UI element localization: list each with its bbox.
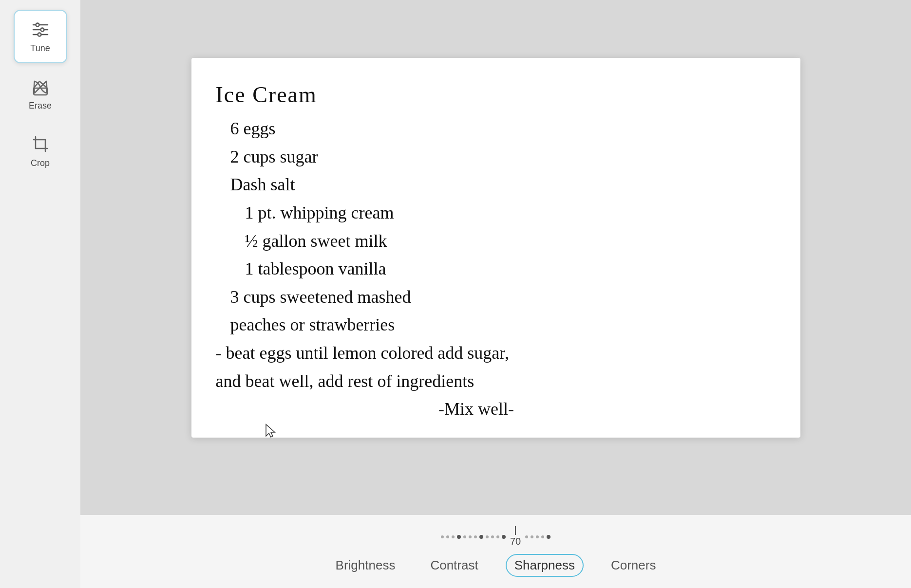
recipe-line-10: and beat well, add rest of ingredients (216, 368, 776, 396)
slider-tick (515, 526, 516, 535)
tune-button[interactable]: Tune (14, 10, 67, 63)
recipe-line-8: peaches or strawberries (216, 311, 776, 339)
recipe-line-2: 2 cups sugar (216, 143, 776, 171)
svg-point-3 (36, 23, 39, 26)
slider-dot (452, 535, 455, 538)
erase-button[interactable]: Erase (14, 67, 67, 121)
slider-dot (525, 535, 528, 538)
tab-corners[interactable]: Corners (603, 555, 664, 576)
tabs-row: Brightness Contrast Sharpness Corners (328, 554, 664, 577)
slider-dot (541, 535, 544, 538)
slider-dot (446, 535, 449, 538)
tab-brightness[interactable]: Brightness (328, 555, 403, 576)
svg-point-5 (38, 33, 41, 36)
slider-dot (491, 535, 494, 538)
recipe-line-5: ½ gallon sweet milk (216, 227, 776, 256)
slider-dot (536, 535, 539, 538)
tab-contrast[interactable]: Contrast (422, 555, 486, 576)
slider-container[interactable]: 70 (441, 526, 550, 547)
recipe-content: Ice Cream 6 eggs 2 cups sugar Dash salt … (216, 77, 776, 423)
toolbar: Tune Erase Crop (0, 0, 80, 588)
slider-value: 70 (510, 536, 521, 547)
slider-dot (496, 535, 499, 538)
slider-value-indicator: 70 (510, 526, 521, 547)
recipe-line-3: Dash salt (216, 171, 776, 199)
bottom-bar: 70 Brightness Contrast Sharpness Corners (80, 515, 911, 588)
recipe-title: Ice Cream (216, 77, 776, 112)
slider-dot (469, 535, 472, 538)
canvas-area: Ice Cream 6 eggs 2 cups sugar Dash salt … (80, 0, 911, 515)
recipe-line-7: 3 cups sweetened mashed (216, 283, 776, 312)
slider-dot (457, 535, 461, 539)
crop-icon (31, 135, 50, 154)
document: Ice Cream 6 eggs 2 cups sugar Dash salt … (191, 58, 800, 438)
crop-label: Crop (31, 158, 50, 168)
tune-label: Tune (30, 43, 50, 54)
recipe-line-6: 1 tablespoon vanilla (216, 255, 776, 283)
slider-dot (547, 535, 550, 539)
slider-dot (531, 535, 533, 538)
slider-dot (502, 535, 506, 539)
recipe-line-1: 6 eggs (216, 115, 776, 143)
recipe-line-9: - beat eggs until lemon colored add suga… (216, 339, 776, 368)
slider-dot (479, 535, 483, 539)
tab-sharpness[interactable]: Sharpness (506, 554, 584, 577)
slider-dot (486, 535, 489, 538)
slider-dot (463, 535, 466, 538)
slider-track[interactable]: 70 (441, 526, 550, 547)
erase-icon (31, 77, 50, 97)
tune-icon (31, 20, 50, 39)
slider-dot (474, 535, 477, 538)
svg-point-4 (40, 28, 44, 31)
slider-dot (441, 535, 444, 538)
recipe-line-11: -Mix well- (216, 395, 776, 423)
erase-label: Erase (29, 101, 52, 111)
crop-button[interactable]: Crop (14, 125, 67, 178)
recipe-line-4: 1 pt. whipping cream (216, 199, 776, 227)
